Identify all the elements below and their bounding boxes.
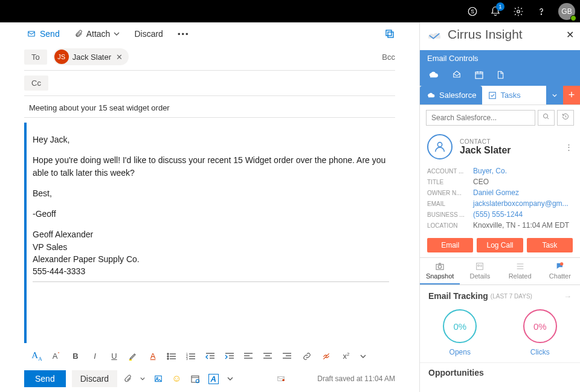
link-icon[interactable] xyxy=(302,352,313,361)
field-title: CEO xyxy=(473,178,573,186)
italic-icon[interactable]: I xyxy=(89,352,100,361)
attach-chevron-icon[interactable] xyxy=(140,376,145,381)
send-link[interactable]: Send xyxy=(27,29,60,39)
bullet-list-icon[interactable] xyxy=(167,352,178,361)
field-owner[interactable]: Daniel Gomez xyxy=(473,188,573,197)
bold-icon[interactable]: B xyxy=(70,352,81,361)
emoji-icon[interactable]: ☺ xyxy=(172,373,181,384)
field-email[interactable]: jackslaterboxcompany@gm... xyxy=(473,199,573,208)
action-email-button[interactable]: Email xyxy=(427,238,473,252)
unlink-icon[interactable] xyxy=(321,352,332,361)
calendar-icon[interactable] xyxy=(474,70,484,80)
svg-line-34 xyxy=(323,353,329,359)
svg-point-53 xyxy=(478,265,480,266)
presence-indicator xyxy=(570,15,576,21)
svg-point-47 xyxy=(544,114,548,118)
tab-tasks[interactable]: Tasks xyxy=(482,86,526,104)
bcc-link[interactable]: Bcc xyxy=(382,53,395,62)
format-more-icon[interactable] xyxy=(360,353,371,359)
contact-more-icon[interactable]: ⋮ xyxy=(565,143,573,152)
template-icon[interactable]: A xyxy=(208,374,219,384)
user-avatar[interactable]: GB xyxy=(558,3,575,20)
font-family-icon[interactable]: AA xyxy=(31,350,42,362)
outdent-icon[interactable] xyxy=(205,352,216,361)
opens-label[interactable]: Opens xyxy=(443,348,477,356)
subtab-related[interactable]: Related xyxy=(500,258,540,284)
svg-point-51 xyxy=(438,265,441,268)
close-panel-icon[interactable]: ✕ xyxy=(566,29,574,40)
salesforce-cloud-icon[interactable] xyxy=(427,70,439,80)
insert-image-icon[interactable] xyxy=(153,374,163,383)
svg-rect-37 xyxy=(192,376,199,382)
format-toolbar: AA A˅ B I U A 123 x2 xyxy=(0,347,419,365)
skype-icon[interactable]: S xyxy=(466,5,478,18)
font-size-icon[interactable]: A˅ xyxy=(51,352,62,361)
svg-point-49 xyxy=(437,143,442,147)
compose-pane: Send Attach Discard ••• To JS Jack Slate… xyxy=(0,22,419,392)
open-email-icon[interactable] xyxy=(451,70,462,80)
subtab-chatter[interactable]: Chatter xyxy=(540,258,580,284)
tracking-subtitle: (LAST 7 DAYS) xyxy=(491,293,532,300)
notifications-icon[interactable]: 1 xyxy=(489,5,501,18)
svg-rect-6 xyxy=(388,32,393,37)
attach-icon[interactable] xyxy=(123,374,132,384)
subject-field[interactable]: Meeting about your 15 seat widget order xyxy=(0,97,419,116)
search-button-icon[interactable] xyxy=(538,110,555,126)
clicks-label[interactable]: Clicks xyxy=(523,348,557,356)
notification-badge: 1 xyxy=(496,2,504,11)
field-account[interactable]: Buyer, Co. xyxy=(473,167,573,175)
tracking-title: Email Tracking xyxy=(428,291,488,301)
clicks-metric: 0% xyxy=(523,309,557,343)
send-button[interactable]: Send xyxy=(24,370,66,387)
action-task-button[interactable]: Task xyxy=(527,238,573,252)
action-logcall-button[interactable]: Log Call xyxy=(477,238,523,252)
underline-icon[interactable]: U xyxy=(109,352,120,361)
subtab-snapshot[interactable]: Snapshot xyxy=(420,258,460,284)
discard-button[interactable]: Discard xyxy=(72,370,117,387)
svg-rect-46 xyxy=(489,92,496,98)
highlight-icon[interactable] xyxy=(128,352,139,361)
field-location: Knoxville, TN - 11:04 AM EDT xyxy=(473,221,573,230)
number-list-icon[interactable]: 123 xyxy=(186,352,197,361)
opportunities-section[interactable]: Opportunities xyxy=(420,362,580,382)
align-center-icon[interactable] xyxy=(263,353,274,360)
cirrus-insight-panel: Cirrus Insight ✕ Email Controls Salesfor… xyxy=(419,22,580,392)
search-salesforce-input[interactable] xyxy=(426,110,535,126)
align-right-icon[interactable] xyxy=(283,353,294,360)
settings-icon[interactable] xyxy=(512,5,524,18)
align-left-icon[interactable] xyxy=(244,353,255,360)
superscript-icon[interactable]: x2 xyxy=(341,352,352,361)
to-button[interactable]: To xyxy=(24,50,47,65)
svg-point-59 xyxy=(560,262,563,265)
remove-recipient-icon[interactable]: ✕ xyxy=(115,53,124,62)
app-topbar: S 1 GB xyxy=(0,0,580,22)
email-body[interactable]: Hey Jack, Hope you're doing well! I'd li… xyxy=(24,123,395,343)
indent-icon[interactable] xyxy=(225,352,236,361)
panel-title: Cirrus Insight xyxy=(448,27,561,42)
font-color-icon[interactable]: A xyxy=(147,352,158,361)
discard-link[interactable]: Discard xyxy=(134,29,163,39)
document-icon[interactable] xyxy=(496,70,504,80)
cc-button[interactable]: Cc xyxy=(24,76,48,91)
cirrus-logo-icon xyxy=(426,28,443,40)
attach-link[interactable]: Attach xyxy=(74,29,120,39)
more-actions[interactable]: ••• xyxy=(178,30,190,39)
recipient-pill[interactable]: JS Jack Slater ✕ xyxy=(53,48,129,65)
svg-line-48 xyxy=(547,118,549,120)
tab-salesforce[interactable]: Salesforce xyxy=(420,86,482,104)
subtab-details[interactable]: Details xyxy=(460,258,500,284)
addin-icon[interactable] xyxy=(276,374,286,383)
history-button-icon[interactable] xyxy=(557,110,574,126)
help-icon[interactable] xyxy=(535,5,547,18)
bottom-more-icon[interactable] xyxy=(227,376,233,382)
recipient-name: Jack Slater xyxy=(72,53,111,62)
tracking-expand-icon[interactable]: → xyxy=(564,292,572,301)
draft-status: Draft saved at 11:04 AM xyxy=(317,374,395,383)
schedule-icon[interactable] xyxy=(190,374,200,384)
tabs-dropdown[interactable] xyxy=(546,86,563,104)
email-controls-label: Email Controls xyxy=(420,50,580,66)
add-tab-button[interactable]: + xyxy=(563,86,580,104)
svg-rect-42 xyxy=(475,72,483,79)
field-phone[interactable]: (555) 555-1244 xyxy=(473,210,573,219)
popout-icon[interactable] xyxy=(384,28,395,39)
